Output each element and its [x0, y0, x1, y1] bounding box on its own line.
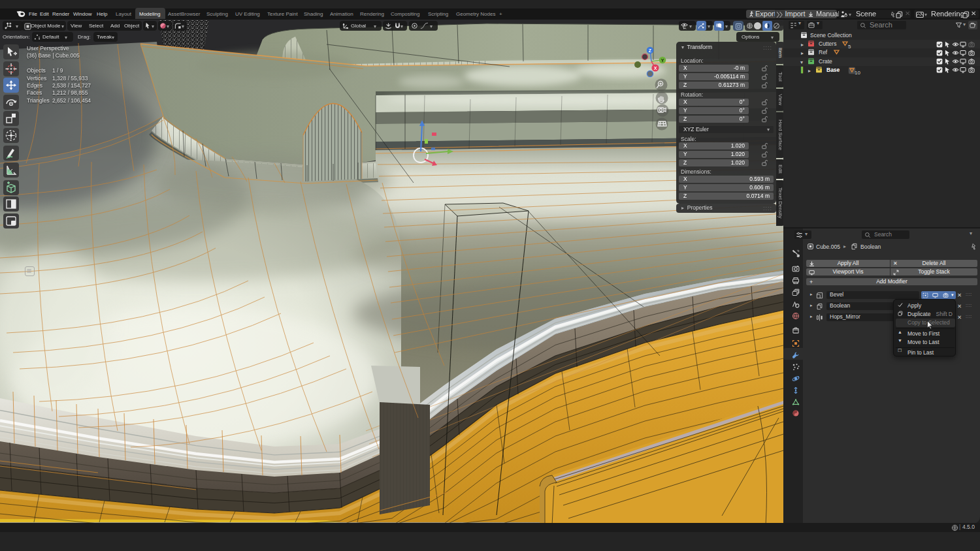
- svg-text:X: X: [654, 66, 657, 71]
- svg-text:Z: Z: [649, 48, 652, 53]
- svg-text:Y: Y: [661, 58, 664, 63]
